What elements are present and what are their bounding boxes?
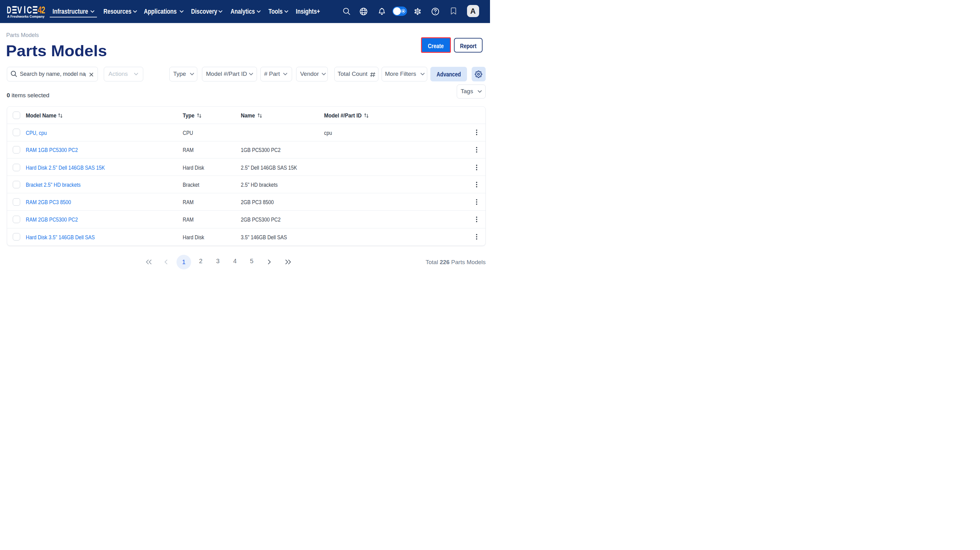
svg-text:A Freshworks Company: A Freshworks Company (7, 15, 45, 18)
svg-text:V: V (17, 4, 22, 16)
svg-text:2: 2 (41, 4, 45, 16)
svg-text:C: C (27, 4, 32, 16)
svg-text:D: D (7, 4, 11, 16)
